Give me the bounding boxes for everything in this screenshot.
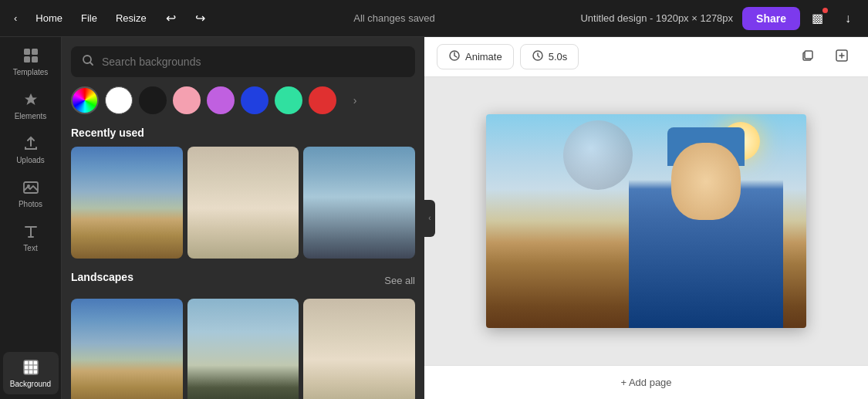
notification-dot [822,8,828,13]
chart-icon: ▩ [812,11,823,25]
add-icon [835,49,849,66]
animate-label: Animate [465,51,502,63]
svg-rect-6 [24,360,38,374]
undo-button[interactable]: ↩ [157,5,185,32]
see-all-button[interactable]: See all [384,275,415,286]
download-icon: ↓ [845,12,851,25]
landscape-thumb-2[interactable] [187,299,299,399]
color-row: › [71,86,415,114]
download-button[interactable]: ↓ [834,5,862,32]
landscapes-header: Landscapes See all [71,271,415,291]
clock-icon [532,49,544,64]
panel-collapse-button[interactable]: ‹ [424,200,435,237]
resize-label: Resize [116,12,147,24]
search-box [71,46,415,77]
back-button[interactable]: ‹ [6,8,25,29]
canvas-image[interactable] [486,114,806,328]
landscape-thumb-3[interactable] [303,299,415,399]
canvas-moon [563,120,633,190]
sidebar-item-elements[interactable]: Elements [3,84,59,127]
duration-button[interactable]: 5.0s [520,44,579,69]
color-more-button[interactable]: › [344,90,366,111]
topbar: ‹ Home File Resize ↩ ↪ All changes saved… [0,0,868,37]
share-label: Share [756,12,786,25]
save-status: All changes saved [218,12,572,24]
file-button[interactable]: File [73,8,105,29]
color-swatch-pink[interactable] [173,86,201,114]
recently-used-grid [71,147,415,259]
background-icon [22,358,40,377]
analytics-button[interactable]: ▩ [803,5,831,32]
color-swatch-red[interactable] [309,86,336,114]
resize-button[interactable]: Resize [108,8,154,29]
share-button[interactable]: Share [742,7,800,30]
svg-rect-3 [32,56,38,63]
duration-label: 5.0s [549,51,568,63]
sidebar-item-photos[interactable]: Photos [3,172,59,215]
add-page-label: + Add page [620,377,671,388]
templates-icon [22,46,40,65]
duplicate-icon [801,49,815,66]
recent-thumb-1[interactable] [71,147,183,259]
sidebar-item-templates[interactable]: Templates [3,40,59,83]
svg-rect-0 [24,49,30,55]
redo-button[interactable]: ↪ [187,5,214,32]
recent-thumb-3[interactable] [303,147,415,259]
recently-used-title: Recently used [71,127,415,139]
add-page-bar[interactable]: + Add page [424,365,868,399]
sidebar: Templates Elements Uploads [0,37,62,399]
file-label: File [81,12,97,24]
canvas-toolbar: Animate 5.0s [424,37,868,77]
landscapes-section: Landscapes See all [71,271,415,399]
recent-thumb-2[interactable] [187,147,299,259]
color-swatch-green[interactable] [275,86,302,114]
color-picker-button[interactable] [71,86,99,114]
main-area: Templates Elements Uploads [0,37,868,399]
elements-icon [22,90,40,109]
animate-icon [448,49,461,64]
photos-icon [22,178,40,197]
panel-wrapper: › Recently used Landscapes See all [62,37,424,399]
sidebar-item-background[interactable]: Background [3,352,59,394]
uploads-icon [22,134,40,153]
svg-rect-2 [24,56,30,63]
home-button[interactable]: Home [28,8,70,29]
text-label: Text [23,244,37,252]
svg-rect-15 [805,51,812,59]
text-icon [22,222,40,241]
backgrounds-panel: › Recently used Landscapes See all [62,37,424,399]
canvas-main [424,77,868,365]
chevron-left-icon: ‹ [14,12,17,24]
photos-label: Photos [19,200,42,208]
canvas-actions [794,43,856,71]
sidebar-item-text[interactable]: Text [3,216,59,259]
landscapes-title: Landscapes [71,271,133,283]
add-page-icon-button[interactable] [828,43,856,71]
design-title: Untitled design - 1920px × 1278px [580,12,733,24]
landscape-thumb-1[interactable] [71,299,183,399]
svg-rect-1 [32,49,38,55]
animate-button[interactable]: Animate [437,44,514,69]
canvas-area: Animate 5.0s [424,37,868,399]
undo-redo-group: ↩ ↪ [157,5,214,32]
sidebar-item-uploads[interactable]: Uploads [3,128,59,171]
elements-label: Elements [15,112,47,120]
recently-used-section: Recently used [71,127,415,271]
color-swatch-white[interactable] [105,86,133,114]
duplicate-button[interactable] [794,43,822,71]
color-swatch-blue[interactable] [241,86,269,114]
home-label: Home [35,12,62,24]
color-swatch-purple[interactable] [207,86,235,114]
child-face [671,143,741,220]
background-label: Background [10,380,51,388]
landscapes-grid [71,299,415,399]
canvas-child-figure [629,143,783,328]
search-icon [82,54,94,69]
uploads-label: Uploads [16,156,45,164]
search-input[interactable] [102,56,404,68]
templates-label: Templates [13,68,49,76]
color-swatch-black[interactable] [139,86,167,114]
